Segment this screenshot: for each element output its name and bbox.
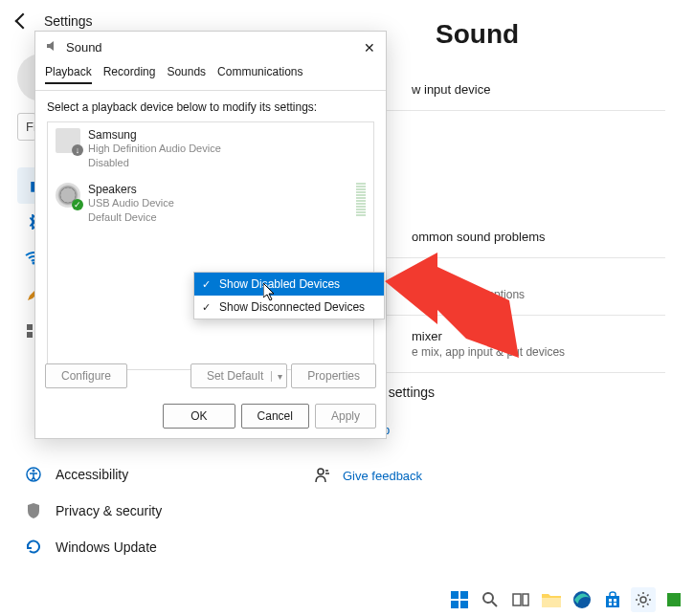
- ctx-show-disabled[interactable]: ✓ Show Disabled Devices: [194, 273, 384, 296]
- taskbar-edge[interactable]: [570, 587, 594, 612]
- taskbar-app[interactable]: [661, 587, 686, 612]
- tab-recording[interactable]: Recording: [103, 65, 156, 84]
- svg-rect-13: [460, 601, 468, 608]
- taskbar-explorer[interactable]: [539, 587, 564, 612]
- svg-rect-12: [451, 601, 459, 608]
- ok-button[interactable]: OK: [163, 404, 235, 429]
- svg-rect-25: [667, 593, 681, 606]
- nav-label: Accessibility: [56, 467, 128, 482]
- dialog-instruction: Select a playback device below to modify…: [47, 100, 374, 114]
- taskbar-settings[interactable]: [631, 587, 656, 612]
- svg-rect-11: [460, 591, 468, 599]
- svg-point-24: [640, 597, 646, 603]
- accessibility-icon: [25, 466, 42, 483]
- nav-item-windows-update[interactable]: Windows Update: [17, 529, 247, 565]
- set-default-button[interactable]: Set Default ▾: [190, 363, 287, 388]
- context-menu: ✓ Show Disabled Devices ✓ Show Disconnec…: [193, 272, 385, 319]
- page-title: Sound: [436, 19, 665, 50]
- svg-rect-1: [27, 324, 33, 330]
- nav-label: Privacy & security: [56, 503, 162, 518]
- taskbar: [439, 583, 694, 616]
- device-samsung[interactable]: Samsung High Definition Audio Device Dis…: [48, 122, 373, 177]
- svg-rect-17: [542, 598, 561, 607]
- close-button[interactable]: ✕: [361, 39, 378, 56]
- taskbar-task-view[interactable]: [508, 587, 533, 612]
- speaker-icon: [56, 183, 80, 208]
- apply-button[interactable]: Apply: [315, 404, 376, 429]
- level-meter: [356, 183, 366, 226]
- tab-sounds[interactable]: Sounds: [167, 65, 206, 84]
- svg-rect-23: [614, 603, 616, 605]
- svg-point-8: [318, 469, 324, 474]
- back-button[interactable]: [15, 13, 32, 30]
- cancel-button[interactable]: Cancel: [241, 404, 309, 429]
- nav-label: Windows Update: [56, 539, 157, 555]
- check-icon: ✓: [202, 278, 211, 291]
- ctx-show-disconnected[interactable]: ✓ Show Disconnected Devices: [194, 296, 384, 319]
- svg-rect-20: [609, 599, 612, 602]
- svg-rect-19: [606, 596, 619, 607]
- update-icon: [25, 539, 42, 556]
- svg-rect-15: [513, 594, 521, 605]
- find-setting-input[interactable]: Fin: [17, 113, 36, 141]
- tab-communications[interactable]: Communications: [217, 65, 302, 84]
- device-list[interactable]: Samsung High Definition Audio Device Dis…: [47, 121, 374, 370]
- configure-button[interactable]: Configure: [45, 363, 127, 388]
- feedback-row[interactable]: Give feedback: [306, 459, 665, 492]
- dialog-title: Sound: [66, 40, 102, 55]
- device-speakers[interactable]: Speakers USB Audio Device Default Device: [48, 177, 373, 231]
- check-icon: ✓: [202, 301, 211, 314]
- settings-title: Settings: [44, 13, 93, 29]
- chevron-down-icon: ▾: [271, 371, 282, 382]
- svg-rect-21: [614, 599, 616, 602]
- feedback-link[interactable]: Give feedback: [343, 469, 422, 483]
- taskbar-search[interactable]: [478, 587, 503, 612]
- start-button[interactable]: [447, 587, 472, 612]
- feedback-icon: [314, 467, 331, 484]
- properties-button[interactable]: Properties: [291, 363, 376, 388]
- svg-rect-10: [451, 591, 459, 599]
- svg-rect-3: [27, 332, 33, 338]
- tab-playback[interactable]: Playback: [45, 65, 92, 84]
- nav-item-accessibility[interactable]: Accessibility: [17, 456, 247, 493]
- svg-rect-16: [523, 594, 528, 605]
- svg-rect-22: [609, 603, 612, 605]
- sound-dialog: Sound ✕ Playback Recording Sounds Commun…: [34, 31, 387, 439]
- taskbar-store[interactable]: [600, 587, 625, 612]
- svg-point-14: [483, 593, 493, 603]
- sound-dialog-icon: [45, 39, 58, 55]
- monitor-icon: [56, 128, 80, 153]
- nav-item-privacy[interactable]: Privacy & security: [17, 493, 247, 529]
- svg-point-6: [33, 470, 35, 473]
- shield-icon: [25, 502, 42, 519]
